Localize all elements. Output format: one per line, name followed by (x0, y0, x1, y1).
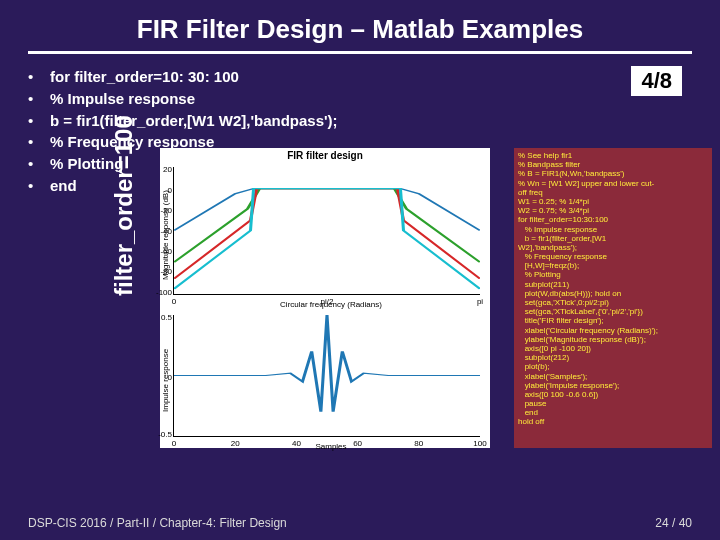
mag-curves (174, 167, 480, 294)
code-line: xlabel('Circular frequency (Radians)'); (518, 326, 708, 335)
code-line: W2],'bandpass'); (518, 243, 708, 252)
code-line: axis([0 pi -100 20]) (518, 344, 708, 353)
plot-bot-axes: 0.5 0 -0.5 0 20 40 60 80 100 (173, 315, 480, 437)
code-line: plot(b); (518, 362, 708, 371)
code-panel: % See help fir1% Bandpass filter% B = FI… (514, 148, 712, 448)
plot-bottom: Impulse response 0.5 0 -0.5 0 20 40 60 8… (160, 309, 490, 451)
code-line: subplot(212) (518, 353, 708, 362)
vertical-label: filter_order=100 (110, 115, 138, 296)
code-line: % See help fir1 (518, 151, 708, 160)
ytick: 0 (152, 186, 172, 195)
title-divider (28, 51, 692, 54)
code-line: xlabel('Samples'); (518, 372, 708, 381)
xtick: 0 (172, 297, 176, 306)
page-title: FIR Filter Design – Matlab Examples (0, 0, 720, 51)
ytick: 20 (152, 165, 172, 174)
code-line: set(gca,'XTickLabel',{'0','pi/2','pi'}) (518, 307, 708, 316)
footer: DSP-CIS 2016 / Part-II / Chapter-4: Filt… (28, 516, 692, 530)
plot-top-axes: 20 0 -20 -40 -60 -80 -100 0 pi/2 pi (173, 167, 480, 295)
xtick: 0 (172, 439, 176, 448)
bullet-1: % Impulse response (50, 88, 195, 110)
content-area: 4/8 •for filter_order=10: 30: 100 • % Im… (0, 66, 720, 486)
code-line: % Bandpass filter (518, 160, 708, 169)
code-line: b = fir1(filter_order,[W1 (518, 234, 708, 243)
code-line: for filter_order=10:30:100 (518, 215, 708, 224)
ytick: -40 (152, 227, 172, 236)
code-line: end (518, 408, 708, 417)
code-line: plot(W,db(abs(H))); hold on (518, 289, 708, 298)
code-line: axis([0 100 -0.6 0.6]) (518, 390, 708, 399)
code-line: [H,W]=freqz(b); (518, 261, 708, 270)
code-line: off freq (518, 188, 708, 197)
ytick: -0.5 (152, 430, 172, 439)
ytick: 0 (152, 373, 172, 382)
ytick: -60 (152, 247, 172, 256)
ytick: -80 (152, 267, 172, 276)
ytick: -20 (152, 206, 172, 215)
bullet-5: end (50, 175, 77, 197)
footer-left: DSP-CIS 2016 / Part-II / Chapter-4: Filt… (28, 516, 287, 530)
ytick: -100 (152, 288, 172, 297)
code-line: title('FIR filter design'); (518, 316, 708, 325)
bullet-2: b = fir1(filter_order,[W1 W2],'bandpass'… (50, 110, 338, 132)
page-badge: 4/8 (631, 66, 682, 96)
plot-top-xlabel: Circular frequency (Radians) (182, 300, 480, 309)
code-line: % B = FIR1(N,Wn,'bandpass') (518, 169, 708, 178)
code-line: % Wn = [W1 W2] upper and lower cut- (518, 179, 708, 188)
code-line: ylabel('Magnitude response (dB)'); (518, 335, 708, 344)
ytick: 0.5 (152, 313, 172, 322)
code-line: subplot(211) (518, 280, 708, 289)
impulse-curve (174, 315, 480, 436)
plot-top: Magnitude response (dB) 20 0 -20 -40 -60… (160, 161, 490, 309)
code-line: W2 = 0.75; % 3/4*pi (518, 206, 708, 215)
code-line: % Plotting (518, 270, 708, 279)
code-line: ylabel('Impulse response'); (518, 381, 708, 390)
plot-figure: FIR filter design Magnitude response (dB… (160, 148, 490, 448)
code-line: set(gca,'XTick',0:pi/2:pi) (518, 298, 708, 307)
code-line: % Impulse response (518, 225, 708, 234)
plot-bot-xlabel: Samples (182, 442, 480, 451)
bullet-0: for filter_order=10: 30: 100 (50, 66, 239, 88)
plot-top-title: FIR filter design (160, 148, 490, 161)
code-line: pause (518, 399, 708, 408)
code-line: W1 = 0.25; % 1/4*pi (518, 197, 708, 206)
code-line: hold off (518, 417, 708, 426)
footer-right: 24 / 40 (655, 516, 692, 530)
code-line: % Frequency response (518, 252, 708, 261)
